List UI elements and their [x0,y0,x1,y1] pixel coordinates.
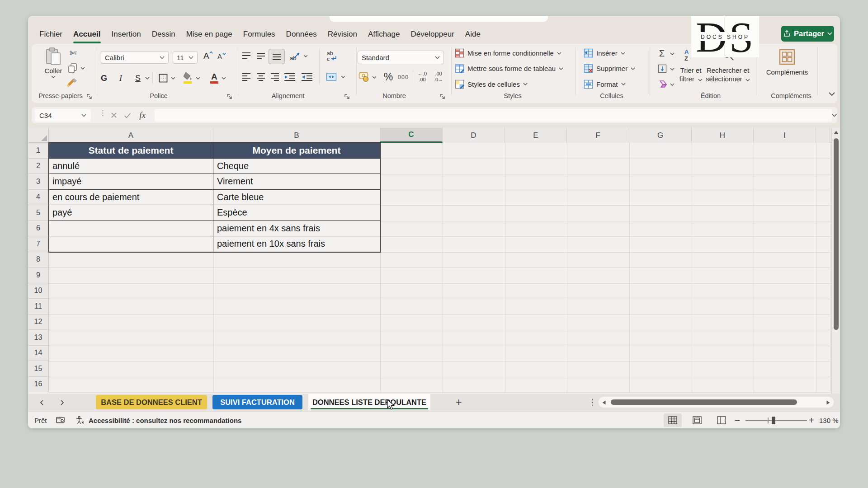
align-bottom-button-icon-wrap[interactable] [271,51,282,62]
row-header-13[interactable]: 13 [28,330,49,346]
clear-button[interactable] [656,79,667,89]
chevron-down-icon[interactable] [222,77,226,80]
ribbon-tab-développeur[interactable]: Développeur [405,25,459,43]
chevron-down-icon[interactable] [372,76,377,79]
decrease-decimal-button[interactable]: .00 .0→ [432,70,445,84]
align-right-button[interactable] [269,71,280,82]
ribbon-tab-données[interactable]: Données [281,25,322,43]
chevron-down-icon[interactable] [303,55,308,57]
ribbon-tab-insertion[interactable]: Insertion [106,25,146,43]
row-header-7[interactable]: 7 [28,236,49,252]
sort-filter-button[interactable]: Trier et filtrer [679,66,703,83]
ribbon-tab-mise-en-page[interactable]: Mise en page [181,25,238,43]
number-format-select[interactable]: Standard [358,51,444,64]
merge-center-button[interactable] [326,71,337,83]
cells-item-supprimer[interactable]: Supprimer [584,64,635,73]
row-header-8[interactable]: 8 [28,252,49,268]
sheet-tab-2[interactable]: SUIVI FACTURATION [212,395,302,409]
zoom-level[interactable]: 130 % [819,412,839,429]
copy-button[interactable] [67,63,78,74]
addins-button-icon-wrap[interactable] [778,48,797,66]
confirm-entry-button[interactable] [122,110,133,121]
chevron-down-icon[interactable] [341,75,345,78]
column-header-C[interactable]: C [380,128,443,143]
zoom-in-button[interactable]: + [809,412,814,429]
scroll-up-arrow-icon[interactable] [834,131,839,134]
row-header-12[interactable]: 12 [28,314,49,330]
fill-button[interactable] [657,64,667,74]
formula-input[interactable] [155,109,832,122]
chevron-down-icon[interactable] [670,83,675,86]
ribbon-tab-affichage[interactable]: Affichage [363,25,406,43]
find-select-button[interactable]: Rechercher et sélectionner [706,66,750,83]
chevron-down-icon[interactable] [670,68,675,70]
row-header-15[interactable]: 15 [28,361,49,377]
ribbon-tab-formules[interactable]: Formules [238,25,281,43]
addins-button[interactable]: Compléments [766,68,808,76]
fill-color-button[interactable] [182,71,194,84]
row-header-14[interactable]: 14 [28,346,49,361]
column-header-A[interactable]: A [49,128,213,143]
cells-item-format[interactable]: Format [584,80,626,89]
ribbon-tab-dessin[interactable]: Dessin [146,25,181,43]
font-color-button[interactable]: A [209,71,220,84]
zoom-out-button[interactable]: − [735,412,740,429]
zoom-slider-track[interactable] [745,420,807,421]
select-all-corner[interactable] [28,128,49,143]
ribbon-tab-fichier[interactable]: Fichier [34,25,68,43]
column-header-I[interactable]: I [754,128,816,143]
ribbon-tab-révision[interactable]: Révision [322,25,363,43]
increase-indent-button[interactable] [301,71,313,82]
chevron-down-icon[interactable] [80,67,85,70]
vertical-scrollbar[interactable] [831,128,840,408]
font-dialog-launcher[interactable] [226,94,233,100]
styles-item-1[interactable]: Mise en forme conditionnelle [455,48,561,58]
column-header-D[interactable]: D [443,128,505,143]
scroll-left-arrow-icon[interactable] [602,400,606,405]
page-layout-view-button[interactable] [688,413,706,427]
page-break-view-button[interactable] [712,413,731,427]
decrease-font-button[interactable]: A [216,51,227,61]
previous-sheet-button[interactable] [39,394,45,411]
align-center-button[interactable] [255,71,266,82]
decrease-indent-button[interactable] [283,71,296,82]
percent-style-button[interactable]: % [382,70,395,83]
sheet-tab-1[interactable]: BASE DE DONNEES CLIENT [96,395,207,409]
chevron-down-icon[interactable] [196,77,200,80]
normal-view-button[interactable] [664,413,682,427]
cells-item-inserer[interactable]: Insérer [584,48,625,58]
number-dialog-launcher[interactable] [439,94,446,100]
zoom-slider-thumb[interactable] [772,417,775,424]
comma-style-button[interactable]: 000 [397,72,410,82]
clipboard-dialog-launcher[interactable] [86,94,93,100]
share-button[interactable]: Partager [781,26,834,42]
new-sheet-button[interactable]: + [456,394,462,411]
row-header-10[interactable]: 10 [28,283,49,299]
increase-font-button[interactable]: A [202,50,214,61]
cut-button[interactable]: ✄ [68,47,79,58]
bold-button[interactable]: G [99,72,109,84]
autosum-button[interactable]: Σ [656,47,667,59]
styles-item-3[interactable]: Styles de cellules [455,80,528,89]
orientation-button[interactable]: ab [289,50,302,62]
paste-button[interactable]: Coller [41,47,66,79]
next-sheet-button[interactable] [59,394,65,411]
accessibility-status[interactable]: Accessibilité : consultez nos recommanda… [75,412,241,429]
expand-formula-bar-chevron-icon[interactable] [831,113,837,117]
display-settings-button[interactable] [56,412,65,429]
align-middle-button[interactable] [255,51,266,61]
row-header-2[interactable]: 2 [28,159,49,174]
column-header-H[interactable]: H [692,128,754,143]
wrap-text-button[interactable]: ab c [326,50,339,63]
column-header-F[interactable]: F [567,128,629,143]
name-box[interactable]: C34 [35,109,91,122]
cancel-entry-button[interactable] [108,110,119,121]
increase-decimal-button[interactable]: ←.0 .00 [416,70,429,84]
sheet-tab-3-active[interactable]: DONNEES LISTE DEROULANTE [308,394,430,410]
tab-overflow-kebab-icon[interactable]: ⋮ [589,394,596,411]
row-header-4[interactable]: 4 [28,190,49,206]
font-size-select[interactable]: 11 [173,51,198,64]
row-header-1[interactable]: 1 [28,143,49,159]
insert-function-button[interactable]: fx [137,109,148,121]
horizontal-scrollbar[interactable] [599,397,834,408]
